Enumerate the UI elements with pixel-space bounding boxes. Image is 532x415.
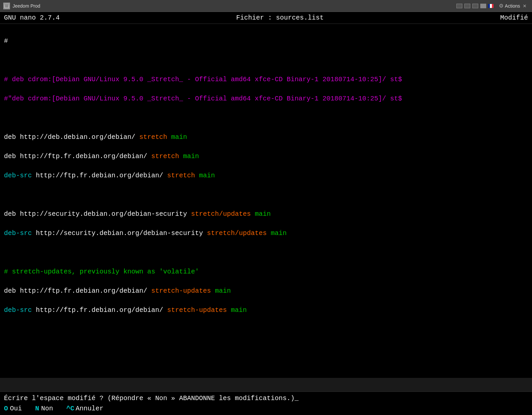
key-annuler[interactable]: ^C Annuler xyxy=(66,405,103,412)
nano-keys: O Oui N Non ^C Annuler xyxy=(0,403,532,415)
line-deb-src-upd-1: deb-src http://ftp.fr.debian.org/debian/… xyxy=(4,305,528,315)
indicator-button xyxy=(480,4,486,8)
svg-rect-1 xyxy=(5,4,9,5)
line-deb-src-sec-1: deb-src http://security.debian.org/debia… xyxy=(4,228,528,238)
flag-fr-icon xyxy=(488,4,494,8)
key-n-letter: N xyxy=(35,405,39,412)
line-comment-volatile: # stretch-updates, previously known as '… xyxy=(4,267,528,276)
line-deb-sec-1: deb http://security.debian.org/debian-se… xyxy=(4,209,528,219)
gear-icon: ⚙ xyxy=(499,3,503,9)
line-deb-upd-1: deb http://ftp.fr.debian.org/debian/ str… xyxy=(4,286,528,296)
prompt-text: Écrire l'espace modifié ? (Répondre « No… xyxy=(4,394,299,402)
maximize-button[interactable] xyxy=(464,4,470,8)
titlebar-controls: ⚙ Actions ✕ xyxy=(456,2,529,10)
actions-button[interactable]: ⚙ Actions ✕ xyxy=(497,2,529,10)
nano-version: GNU nano 2.7.4 xyxy=(4,14,60,22)
key-non[interactable]: N Non xyxy=(35,405,53,412)
line-1: # xyxy=(4,36,528,46)
line-deb-1: deb http://deb.debian.org/debian/ stretc… xyxy=(4,132,528,142)
actions-label: Actions xyxy=(505,3,520,9)
flag-icons xyxy=(488,4,494,8)
close-icon: ✕ xyxy=(523,3,527,9)
line-deb-2: deb http://ftp.fr.debian.org/debian/ str… xyxy=(4,151,528,161)
nano-prompt: Écrire l'espace modifié ? (Répondre « No… xyxy=(0,392,532,403)
restore-button[interactable] xyxy=(472,4,478,8)
editor-area[interactable]: # # deb cdrom:[Debian GNU/Linux 9.5.0 _S… xyxy=(0,24,532,378)
titlebar: Jeedom Prod ⚙ Actions ✕ xyxy=(0,0,532,12)
line-blank-3 xyxy=(4,190,528,200)
key-oui[interactable]: O Oui xyxy=(4,405,22,412)
key-annuler-label: Annuler xyxy=(76,405,103,412)
line-deb-src-1: deb-src http://ftp.fr.debian.org/debian/… xyxy=(4,171,528,180)
minimize-button[interactable] xyxy=(456,4,462,8)
bottom-area: Écrire l'espace modifié ? (Répondre « No… xyxy=(0,391,532,415)
key-oui-label: Oui xyxy=(10,405,22,412)
nano-filename: Fichier : sources.list xyxy=(236,14,324,22)
line-cdrom-1: # deb cdrom:[Debian GNU/Linux 9.5.0 _Str… xyxy=(4,75,528,84)
window-icon xyxy=(3,3,10,9)
key-ctrl-c: ^C xyxy=(66,405,74,412)
titlebar-left: Jeedom Prod xyxy=(3,3,40,9)
nano-statusbar: GNU nano 2.7.4 Fichier : sources.list Mo… xyxy=(0,12,532,24)
line-blank-1 xyxy=(4,55,528,65)
key-non-label: Non xyxy=(41,405,53,412)
key-o-letter: O xyxy=(4,405,8,412)
line-cdrom-2: #"deb cdrom:[Debian GNU/Linux 9.5.0 _Str… xyxy=(4,94,528,103)
nano-modified: Modifié xyxy=(500,14,528,22)
window-title: Jeedom Prod xyxy=(13,3,40,9)
line-blank-2 xyxy=(4,113,528,123)
line-blank-4 xyxy=(4,248,528,257)
